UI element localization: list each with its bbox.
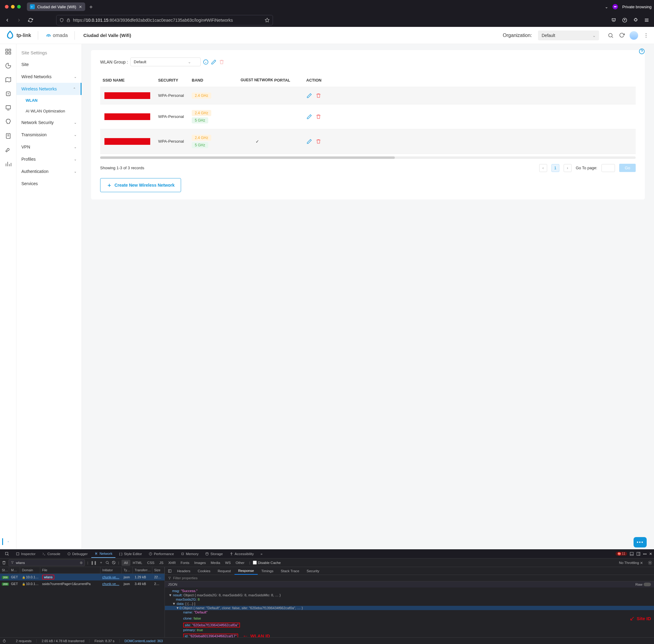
delete-icon[interactable]	[316, 114, 321, 119]
browser-tab[interactable]: ᯤ Ciudad del Valle (Wifi) ✕	[27, 2, 85, 11]
table-row[interactable]: WPA-Personal 2.4 GHz5 GHz ✓	[100, 129, 636, 154]
devtools-dock-side-icon[interactable]	[636, 552, 640, 556]
minimize-window-icon[interactable]	[11, 5, 15, 8]
sidebar-item-profiles[interactable]: Profiles⌄	[17, 153, 81, 165]
chat-widget[interactable]: •••	[633, 537, 647, 548]
edit-icon[interactable]	[307, 114, 312, 119]
chip-xhr[interactable]: XHR	[166, 560, 178, 566]
wlan-group-select[interactable]: Default ⌄	[130, 58, 201, 66]
devtools-tab-a11y[interactable]: Accessibility	[226, 550, 257, 557]
go-button[interactable]: Go	[619, 164, 636, 172]
reload-button[interactable]	[26, 16, 35, 24]
forward-button[interactable]	[15, 16, 23, 24]
edit-icon[interactable]	[307, 93, 312, 98]
table-row[interactable]: WPA-Personal 2.4 GHz	[100, 87, 636, 105]
chip-all[interactable]: All	[122, 560, 130, 566]
devtools-tab-network[interactable]: Network	[91, 550, 115, 558]
logs-icon[interactable]	[5, 133, 11, 139]
new-tab-button[interactable]: ＋	[88, 3, 94, 10]
pause-icon[interactable]: ❚❚	[91, 560, 97, 565]
close-window-icon[interactable]	[5, 5, 8, 8]
chip-images[interactable]: Images	[192, 560, 208, 566]
rtab-headers[interactable]: Headers	[173, 568, 194, 574]
sidebar-item-auth[interactable]: Authentication⌄	[17, 165, 81, 178]
block-icon[interactable]	[112, 560, 116, 565]
map-icon[interactable]	[5, 76, 11, 83]
menu-icon[interactable]	[643, 16, 651, 24]
sidebar-item-wireless[interactable]: Wireless Networks⌃	[17, 83, 81, 95]
insights-icon[interactable]	[5, 118, 11, 125]
sidebar-item-netsec[interactable]: Network Security⌄	[17, 116, 81, 129]
request-row[interactable]: 200 GET 🔒10.0.1… wlans chunk-ve… json 1.…	[0, 574, 165, 580]
more-icon[interactable]	[643, 32, 649, 39]
sidebar-item-wired[interactable]: Wired Networks⌄	[17, 71, 81, 83]
delete-icon[interactable]	[316, 93, 321, 98]
rtab-request[interactable]: Request	[214, 568, 235, 574]
chip-css[interactable]: CSS	[145, 560, 157, 566]
settings-icon[interactable]	[2, 538, 9, 545]
delete-group-icon[interactable]	[219, 59, 224, 65]
devtools-dock-icon[interactable]	[630, 552, 634, 556]
tabs-dropdown-icon[interactable]: ⌄	[605, 5, 608, 9]
table-row[interactable]: WPA-Personal 2.4 GHz5 GHz	[100, 105, 636, 129]
devtools-tab-perf[interactable]: Performance	[146, 550, 177, 557]
chip-fonts[interactable]: Fonts	[178, 560, 192, 566]
sidebar-item-site[interactable]: Site	[17, 59, 81, 71]
rtab-timings[interactable]: Timings	[258, 568, 277, 574]
org-select[interactable]: Default ⌄	[538, 30, 599, 40]
devtools-tab-inspector[interactable]: Inspector	[13, 550, 39, 557]
horizontal-scrollbar[interactable]	[100, 156, 636, 159]
clear-icon[interactable]	[2, 560, 6, 565]
filter-input[interactable]: wlans ⊗	[8, 559, 85, 566]
help-icon[interactable]	[639, 48, 645, 54]
chip-html[interactable]: HTML	[130, 560, 145, 566]
user-avatar[interactable]	[630, 31, 638, 40]
create-wireless-button[interactable]: ＋Create New Wireless Network	[100, 178, 181, 192]
throttle-select[interactable]: No Throttling ⨯	[619, 560, 643, 565]
dashboard-icon[interactable]	[5, 48, 11, 55]
filter-properties-input[interactable]: Filter properties	[165, 575, 654, 581]
clear-filter-icon[interactable]: ⊗	[80, 560, 83, 565]
devices-icon[interactable]	[5, 90, 11, 97]
json-tree[interactable]: msg: "Success." ▼ result: Object { maxSs…	[165, 588, 654, 637]
devtools-close-icon[interactable]: ✕	[649, 552, 652, 556]
search-icon[interactable]	[105, 560, 109, 565]
devtools-picker-icon[interactable]	[2, 550, 12, 558]
back-button[interactable]	[3, 16, 11, 24]
chip-other[interactable]: Other	[233, 560, 247, 566]
close-panel-icon[interactable]	[166, 569, 173, 573]
prev-page-button[interactable]: ‹	[539, 164, 547, 172]
sidebar-item-wlan[interactable]: WLAN	[17, 95, 81, 106]
sidebar-item-trans[interactable]: Transmission⌄	[17, 129, 81, 141]
error-count-badge[interactable]: ⛔ 11	[615, 552, 627, 556]
chip-ws[interactable]: WS	[223, 560, 233, 566]
search-icon[interactable]	[608, 32, 614, 39]
url-bar[interactable]: https://10.0.101.15:8043/3936dfe92abd0c1…	[56, 15, 273, 25]
reports-icon[interactable]	[5, 161, 11, 167]
devtools-overflow-icon[interactable]: »	[258, 550, 265, 557]
close-tab-icon[interactable]: ✕	[79, 5, 82, 9]
devtools-settings-icon[interactable]	[648, 560, 652, 565]
raw-toggle[interactable]: Raw	[635, 582, 651, 586]
sidebar-item-vpn[interactable]: VPN⌄	[17, 141, 81, 153]
rtab-security[interactable]: Security	[303, 568, 323, 574]
page-number[interactable]: 1	[551, 164, 559, 172]
edit-group-icon[interactable]	[211, 59, 216, 65]
bookmark-star-icon[interactable]	[265, 18, 270, 23]
window-controls[interactable]	[5, 5, 21, 8]
edit-icon[interactable]	[307, 139, 312, 144]
rtab-cookies[interactable]: Cookies	[194, 568, 214, 574]
rtab-stack[interactable]: Stack Trace	[277, 568, 303, 574]
devtools-tab-style[interactable]: { }Style Editor	[116, 550, 145, 557]
devtools-tab-console[interactable]: Console	[39, 550, 63, 557]
devtools-tab-debugger[interactable]: Debugger	[64, 550, 91, 557]
goto-page-input[interactable]	[602, 164, 615, 172]
delete-icon[interactable]	[316, 139, 321, 144]
stopwatch-icon[interactable]	[2, 639, 11, 643]
chip-js[interactable]: JS	[157, 560, 166, 566]
devtools-more-icon[interactable]: •••	[643, 552, 647, 556]
statistics-icon[interactable]	[5, 62, 11, 69]
devtools-tab-memory[interactable]: Memory	[178, 550, 202, 557]
extensions-icon[interactable]	[631, 16, 640, 24]
add-icon[interactable]: ＋	[99, 560, 103, 565]
